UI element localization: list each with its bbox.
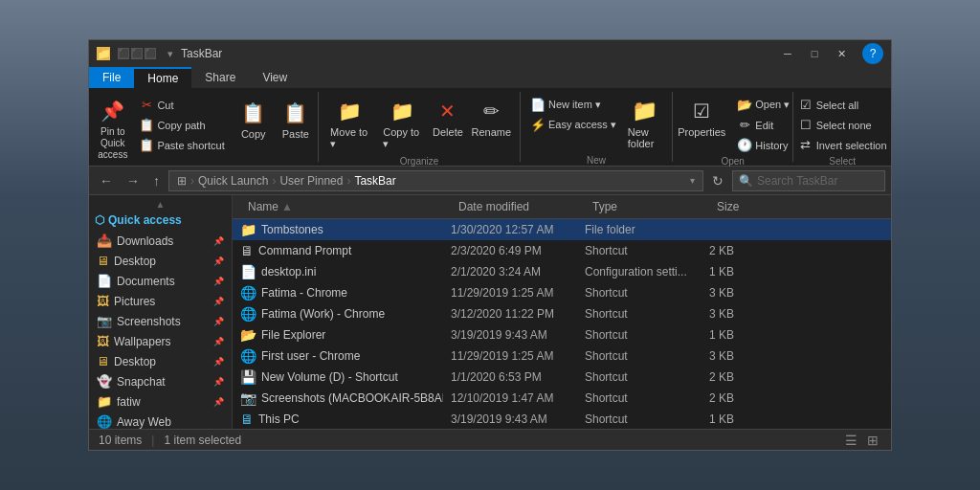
col-header-type[interactable]: Type [585, 197, 709, 216]
screenshots-pin: 📌 [213, 317, 224, 326]
search-box[interactable]: 🔍 Search TaskBar [732, 170, 885, 191]
move-to-button[interactable]: 📁 Move to ▾ [324, 94, 375, 154]
quick-access-header[interactable]: ⬡ Quick access [89, 210, 232, 231]
paste-shortcut-button[interactable]: 📋 Paste shortcut [135, 136, 228, 154]
paste-label: Paste [282, 128, 309, 140]
col-header-name[interactable]: Name ▲ [240, 197, 451, 216]
invert-selection-button[interactable]: ⇄ Invert selection [794, 136, 891, 154]
new-volume-size: 2 KB [702, 369, 759, 385]
qa-forward[interactable]: ⬛ [131, 48, 143, 59]
sidebar-item-desktop2[interactable]: 🖥 Desktop 📌 [89, 351, 232, 371]
screenshots-mac-type: Shortcut [577, 390, 702, 406]
path-sep-2: › [272, 174, 276, 188]
easy-access-label: Easy access ▾ [548, 119, 616, 131]
file-row-fatima-chrome[interactable]: 🌐 Fatima - Chrome 11/29/2019 1:25 AM Sho… [233, 282, 891, 303]
path-dropdown[interactable]: ▾ [690, 175, 695, 186]
minimize-button[interactable]: ─ [774, 40, 801, 67]
file-row-tombstones[interactable]: 📁 Tombstones 1/30/2020 12:57 AM File fol… [233, 219, 891, 240]
cut-button[interactable]: ✂ Cut [135, 96, 228, 114]
properties-icon: ☑ [688, 98, 715, 124]
col-type-label: Type [592, 200, 617, 213]
file-row-new-volume[interactable]: 💾 New Volume (D) - Shortcut 1/1/2020 6:5… [233, 367, 891, 388]
wallpapers-icon: 🖼 [97, 334, 109, 348]
command-prompt-size: 2 KB [702, 243, 759, 258]
forward-button[interactable]: → [122, 171, 145, 190]
quick-access-toolbar: ⬛ ⬛ ⬛ [118, 48, 156, 59]
col-header-size[interactable]: Size [709, 197, 767, 216]
fatima-work-chrome-date: 3/12/2020 11:22 PM [443, 306, 577, 322]
first-user-chrome-name: First user - Chrome [261, 349, 360, 363]
select-none-button[interactable]: ☐ Select none [794, 116, 891, 134]
desktop2-icon: 🖥 [97, 354, 109, 368]
address-path[interactable]: ⊞ › Quick Launch › User Pinned › TaskBar… [168, 170, 703, 191]
tab-home[interactable]: Home [134, 67, 191, 88]
file-name-file-explorer: 📂 File Explorer [233, 326, 443, 344]
fatima-work-chrome-size: 3 KB [702, 306, 759, 322]
rename-button[interactable]: ✏ Rename [468, 94, 514, 142]
close-button[interactable]: ✕ [828, 40, 855, 67]
tab-file[interactable]: File [89, 67, 134, 88]
sidebar-item-pictures[interactable]: 🖼 Pictures 📌 [89, 291, 232, 311]
file-row-desktop-ini[interactable]: 📄 desktop.ini 2/1/2020 3:24 AM Configura… [233, 261, 891, 282]
file-row-file-explorer[interactable]: 📂 File Explorer 3/19/2019 9:43 AM Shortc… [233, 324, 891, 345]
copy-path-button[interactable]: 📋 Copy path [135, 116, 228, 134]
open-button[interactable]: 📂 Open ▾ [733, 96, 793, 114]
new-item-icon: 📄 [530, 98, 546, 112]
new-folder-label: New folder [628, 126, 660, 149]
ribbon-group-clipboard: 📌 Pin to Quickaccess ✂ Cut 📋 Copy path 📋… [89, 92, 319, 162]
path-part-1[interactable]: Quick Launch [198, 174, 268, 188]
tiles-view-button[interactable]: ⊞ [864, 432, 881, 449]
up-button[interactable]: ↑ [148, 171, 165, 190]
screenshots-mac-name: Screenshots (MACBOOKAIR-5B8AMacUs... [261, 391, 443, 405]
details-view-button[interactable]: ☰ [842, 432, 860, 449]
new-folder-button[interactable]: 📁 New folder [622, 94, 666, 153]
file-row-fatima-work-chrome[interactable]: 🌐 Fatima (Work) - Chrome 3/12/2020 11:22… [233, 303, 891, 324]
sidebar-item-documents[interactable]: 📄 Documents 📌 [89, 271, 232, 291]
sidebar-item-snapchat[interactable]: 👻 Snapchat 📌 [89, 371, 232, 391]
sidebar-item-downloads[interactable]: 📥 Downloads 📌 [89, 231, 232, 251]
paste-button[interactable]: 📋 Paste [277, 96, 315, 144]
sidebar-item-desktop[interactable]: 🖥 Desktop 📌 [89, 251, 232, 271]
fatima-chrome-type: Shortcut [577, 285, 702, 301]
refresh-button[interactable]: ↻ [707, 171, 728, 190]
cut-label: Cut [157, 100, 173, 111]
sidebar-item-away-web[interactable]: 🌐 Away Web [89, 412, 232, 429]
help-button[interactable]: ? [862, 43, 883, 64]
file-row-this-pc[interactable]: 🖥 This PC 3/19/2019 9:43 AM Shortcut 1 K… [233, 409, 891, 429]
tab-share[interactable]: Share [191, 67, 249, 88]
col-header-date[interactable]: Date modified [451, 197, 585, 216]
select-all-button[interactable]: ☑ Select all [794, 96, 891, 114]
explorer-window: 📁 ⬛ ⬛ ⬛ ▾ TaskBar ─ □ ✕ ? File Home Shar… [88, 39, 892, 451]
this-pc-icon: 🖥 [240, 412, 254, 427]
edit-button[interactable]: ✏ Edit [733, 116, 793, 134]
file-row-command-prompt[interactable]: 🖥 Command Prompt 2/3/2020 6:49 PM Shortc… [233, 240, 891, 261]
search-icon: 🔍 [739, 174, 753, 188]
fatiw-pin: 📌 [213, 397, 224, 407]
back-button[interactable]: ← [95, 171, 118, 190]
file-name-tombstones: 📁 Tombstones [233, 221, 443, 238]
file-row-screenshots-mac[interactable]: 📷 Screenshots (MACBOOKAIR-5B8AMacUs... 1… [233, 388, 891, 409]
path-part-3[interactable]: TaskBar [354, 174, 395, 188]
easy-access-button[interactable]: ⚡ Easy access ▾ [526, 116, 620, 134]
pin-to-quick-access-button[interactable]: 📌 Pin to Quickaccess [92, 94, 133, 165]
properties-button[interactable]: ☑ Properties [672, 94, 731, 142]
qa-up[interactable]: ⬛ [145, 48, 156, 59]
fatiw-icon: 📁 [97, 394, 112, 409]
sidebar-item-screenshots[interactable]: 📷 Screenshots 📌 [89, 311, 232, 331]
path-part-2[interactable]: User Pinned [279, 174, 343, 188]
new-item-button[interactable]: 📄 New item ▾ [526, 96, 620, 114]
history-button[interactable]: 🕐 History [733, 136, 793, 154]
rename-label: Rename [471, 126, 511, 138]
file-name-screenshots-mac: 📷 Screenshots (MACBOOKAIR-5B8AMacUs... [233, 390, 443, 407]
sidebar-item-fatiw[interactable]: 📁 fatiw 📌 [89, 391, 232, 412]
tab-view[interactable]: View [249, 67, 301, 88]
delete-button[interactable]: ✕ Delete [429, 94, 466, 142]
copy-to-button[interactable]: 📁 Copy to ▾ [377, 94, 427, 154]
file-row-first-user-chrome[interactable]: 🌐 First user - Chrome 11/29/2019 1:25 AM… [233, 345, 891, 367]
maximize-button[interactable]: □ [801, 40, 828, 67]
sidebar-item-wallpapers[interactable]: 🖼 Wallpapers 📌 [89, 331, 232, 351]
qa-back[interactable]: ⬛ [118, 48, 129, 59]
desktop-label: Desktop [114, 255, 156, 268]
copy-button[interactable]: 📋 Copy [234, 96, 273, 144]
file-name-fatima-work-chrome: 🌐 Fatima (Work) - Chrome [233, 305, 443, 323]
